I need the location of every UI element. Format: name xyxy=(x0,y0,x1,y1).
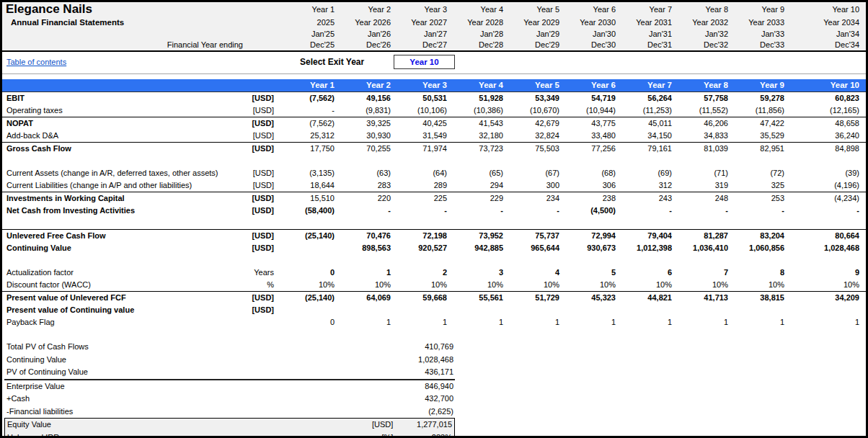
cell-y1: - xyxy=(276,104,337,117)
table-row: EBIT[USD](7,562)49,15650,53151,92853,349… xyxy=(2,92,866,105)
cell-y8: (71) xyxy=(675,167,731,179)
summary-label: Unlevered IRR xyxy=(5,432,278,438)
cell-y2: (9,831) xyxy=(337,104,394,117)
cell-y7: 243 xyxy=(619,192,675,205)
cell-y10: 9 xyxy=(787,267,866,279)
cell-y7: 56,264 xyxy=(619,92,675,105)
cashflow-table: Year 1Year 2Year 3Year 4Year 5Year 6Year… xyxy=(2,79,866,328)
summary-value: 1,028,468 xyxy=(395,354,455,367)
cell-y5: 32,824 xyxy=(506,130,562,143)
table-row: Unlevered IRR[%]283% xyxy=(5,432,455,438)
cell-y6: 33,480 xyxy=(562,130,619,143)
cell-y6: 1 xyxy=(562,316,619,328)
cell-y2: 64,069 xyxy=(337,292,394,305)
column-header-7: Year 7 xyxy=(619,79,675,92)
start-month-5: Jan'29 xyxy=(506,29,562,40)
cell-y8: 248 xyxy=(675,192,731,205)
cell-y7: 34,150 xyxy=(619,130,675,143)
cell-y2: 70,255 xyxy=(337,143,394,156)
cell-y1: (7,562) xyxy=(276,92,337,105)
cell-y2 xyxy=(337,304,394,316)
cashflow-body: EBIT[USD](7,562)49,15650,53151,92853,349… xyxy=(2,92,866,329)
cell-y8: 7 xyxy=(675,267,731,279)
cell-y9: (72) xyxy=(731,167,787,179)
summary-label: -Financial liabilities xyxy=(4,406,278,419)
cell-y6: 72,994 xyxy=(562,230,619,243)
table-row: +Cash432,700 xyxy=(4,393,455,406)
table-row: Current Assets (change in A/R, deferred … xyxy=(2,167,866,179)
table-row xyxy=(2,155,866,167)
row-unit: [USD] xyxy=(244,104,276,117)
year-label-6: Year 6 xyxy=(562,2,619,17)
cell-y8: 34,833 xyxy=(675,130,731,143)
cell-y9 xyxy=(731,304,787,316)
cell-y10: 1 xyxy=(787,316,866,328)
cell-y5: 300 xyxy=(506,179,562,192)
table-row: Enterprise Value846,940 xyxy=(4,380,455,393)
cell-y4: 51,928 xyxy=(450,92,506,105)
cell-y10: 34,209 xyxy=(787,292,866,305)
column-header-8: Year 8 xyxy=(675,79,731,92)
row-unit: [USD] xyxy=(244,179,276,192)
end-month-2: Dec'26 xyxy=(337,40,394,51)
cell-y9: 325 xyxy=(731,179,787,192)
cell-y2: 70,476 xyxy=(337,230,394,243)
cell-y6 xyxy=(562,304,619,316)
year-label-4: Year 4 xyxy=(450,2,506,17)
cell-y2: 39,325 xyxy=(337,117,394,130)
cell-y7: 79,404 xyxy=(619,230,675,243)
table-row: PV of Continuing Value436,171 xyxy=(4,366,455,380)
cell-y3: - xyxy=(394,205,450,217)
column-header-4: Year 4 xyxy=(450,79,506,92)
cell-y1: (7,562) xyxy=(276,117,337,130)
cell-y10: (4,234) xyxy=(787,192,866,205)
year-number-8: Year 2032 xyxy=(675,17,731,29)
cell-y7: 6 xyxy=(619,267,675,279)
cell-y4: 10% xyxy=(450,279,506,292)
summary-value: 410,769 xyxy=(395,341,455,354)
spacer-cell xyxy=(2,254,866,267)
subtitle-row: Annual Financial Statements 2025Year 202… xyxy=(2,17,866,29)
cell-y2: 49,156 xyxy=(337,92,394,105)
cell-y7: 1 xyxy=(619,316,675,328)
table-row: Unlevered Free Cash Flow[USD](25,140)70,… xyxy=(2,230,866,243)
exit-year-selector[interactable]: Year 10 xyxy=(394,55,455,69)
cell-y10: 60,823 xyxy=(787,92,866,105)
cell-y8: 81,039 xyxy=(675,143,731,156)
year-label-7: Year 7 xyxy=(619,2,675,17)
cell-y8: 10% xyxy=(675,279,731,292)
cell-y2: 10% xyxy=(337,279,394,292)
cell-y5: 1 xyxy=(506,316,562,328)
spacer-cell xyxy=(2,217,866,230)
cell-y6: (68) xyxy=(562,167,619,179)
cell-y5: (10,670) xyxy=(506,104,562,117)
cell-y4: 3 xyxy=(450,267,506,279)
cell-y2: 220 xyxy=(337,192,394,205)
end-month-10: Dec'34 xyxy=(787,40,866,51)
cell-y1 xyxy=(276,242,337,254)
summary-label: Equity Value xyxy=(5,419,278,432)
end-month-3: Dec'27 xyxy=(394,40,450,51)
cell-y2: 1 xyxy=(337,267,394,279)
year-label-10: Year 10 xyxy=(787,2,866,17)
cell-y7: 10% xyxy=(619,279,675,292)
cell-y7: (69) xyxy=(619,167,675,179)
year-number-6: Year 2030 xyxy=(562,17,619,29)
end-month-7: Dec'31 xyxy=(619,40,675,51)
end-month-9: Dec'33 xyxy=(731,40,787,51)
cell-y8: 46,206 xyxy=(675,117,731,130)
cell-y4: (10,386) xyxy=(450,104,506,117)
valuation-result-box: Equity Value[USD]1,277,015Unlevered IRR[… xyxy=(4,418,455,438)
cell-y7: 1,012,398 xyxy=(619,242,675,254)
cell-y10 xyxy=(787,304,866,316)
company-title: Elegance Nails xyxy=(2,2,276,17)
row-unit: [USD] xyxy=(244,192,276,205)
year-number-9: Year 2033 xyxy=(731,17,787,29)
cell-y9: 83,204 xyxy=(731,230,787,243)
table-row: Equity Value[USD]1,277,015 xyxy=(5,419,455,432)
cell-y1: (25,140) xyxy=(276,292,337,305)
start-month-2: Jan'26 xyxy=(337,29,394,40)
cell-y1: 15,510 xyxy=(276,192,337,205)
table-of-contents-link[interactable]: Table of contents xyxy=(6,58,66,66)
cell-y5: 234 xyxy=(506,192,562,205)
